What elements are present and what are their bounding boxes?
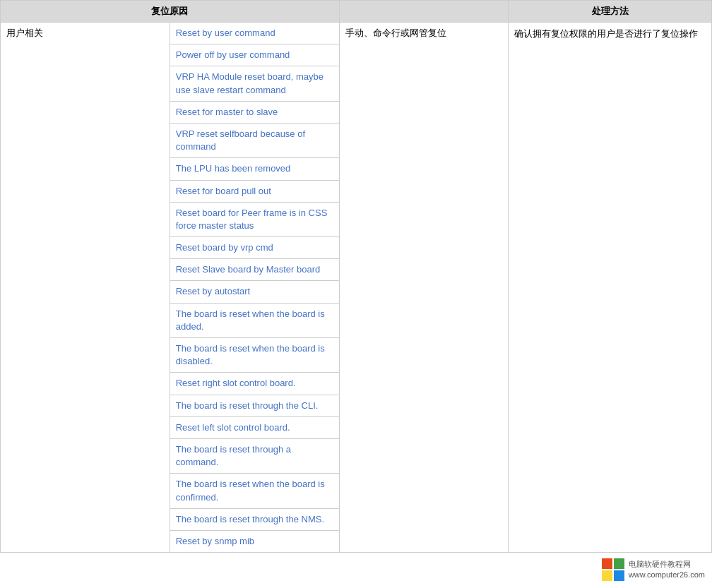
list-item: Reset for board pull out (170, 180, 339, 202)
list-item: VRP reset selfboard because of command (170, 123, 339, 157)
header-solution: 处理方法 (509, 1, 712, 23)
list-item: VRP HA Module reset board, maybe use sla… (170, 66, 339, 101)
watermark-logo (602, 558, 624, 581)
header-method (339, 1, 509, 23)
category-cell: 用户相关 (1, 23, 170, 553)
list-item: Reset by autostart (170, 281, 339, 303)
list-item: Reset board by vrp cmd (170, 237, 339, 259)
watermark: 电脑软硬件教程网 www.computer26.com (602, 558, 705, 581)
list-item: The board is reset when the board is add… (170, 303, 339, 337)
list-item: Reset for master to slave (170, 101, 339, 123)
list-item: Power off by user command (170, 44, 339, 66)
watermark-text: 电脑软硬件教程网 www.computer26.com (629, 559, 705, 581)
list-item: The board is reset through the CLI. (170, 395, 339, 416)
list-item: The board is reset through a command. (170, 438, 339, 473)
list-item: Reset Slave board by Master board (170, 259, 339, 281)
method-cell: 手动、命令行或网管复位 (339, 23, 509, 553)
list-item: Reset board for Peer frame is in CSS for… (170, 202, 339, 236)
list-item: The LPU has been removed (170, 158, 339, 180)
list-item: Reset by snmp mib (170, 530, 339, 552)
list-item: Reset by user command (170, 23, 339, 44)
header-reason: 复位原因 (1, 1, 340, 23)
list-item: Reset right slot control board. (170, 373, 339, 395)
list-item: The board is reset when the board is dis… (170, 338, 339, 373)
list-item: The board is reset when the board is con… (170, 474, 339, 508)
list-item: The board is reset through the NMS. (170, 508, 339, 530)
list-item: Reset left slot control board. (170, 416, 339, 438)
solution-cell: 确认拥有复位权限的用户是否进行了复位操作 (509, 23, 712, 553)
main-table: 复位原因 处理方法 用户相关Reset by user command手动、命令… (0, 0, 712, 553)
